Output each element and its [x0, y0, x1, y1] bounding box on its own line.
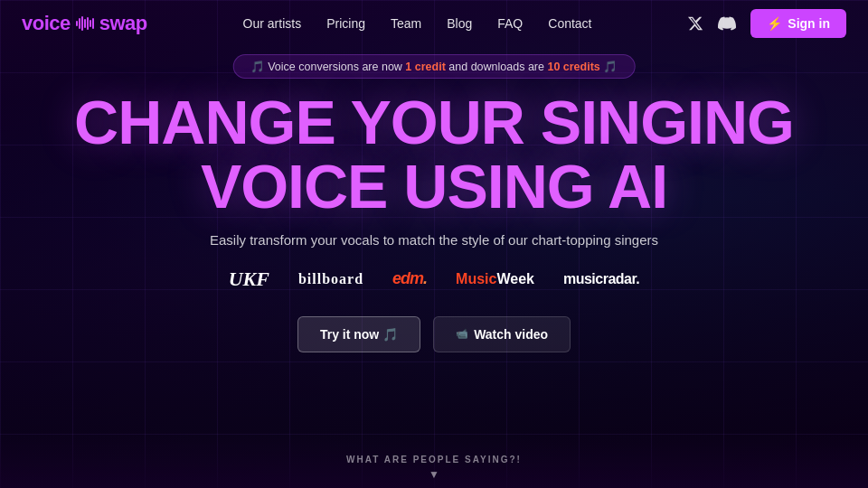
signin-label: Sign in: [788, 16, 830, 31]
announcement-text2: and downloads are: [448, 61, 547, 73]
nav-faq[interactable]: FAQ: [497, 16, 523, 31]
announcement-bar: 🎵 Voice conversions are now 1 credit and…: [233, 54, 636, 79]
brands-row: UKF billboard edm. MusicWeek musicradar.: [229, 267, 640, 291]
discord-icon[interactable]: [718, 14, 736, 33]
brand-ukf: UKF: [229, 267, 269, 291]
watch-video-button[interactable]: 📹 Watch video: [433, 316, 571, 352]
cta-row: Try it now 🎵 📹 Watch video: [297, 316, 571, 352]
nav-team[interactable]: Team: [391, 16, 421, 31]
announcement-credit1: 1 credit: [405, 61, 445, 73]
nav-pricing[interactable]: Pricing: [326, 16, 365, 31]
nav-right: ⚡ Sign in: [687, 9, 846, 38]
announcement-credit2: 10 credits: [547, 61, 599, 73]
section-title: WHAT ARE PEOPLE SAYING?!: [346, 455, 522, 465]
announcement-text1: Voice conversions are now: [268, 61, 405, 73]
bottom-section: WHAT ARE PEOPLE SAYING?! ▼: [0, 434, 868, 488]
try-now-button[interactable]: Try it now 🎵: [297, 316, 420, 352]
signin-button[interactable]: ⚡ Sign in: [750, 9, 846, 38]
nav-our-artists[interactable]: Our artists: [243, 16, 302, 31]
navbar: voice swap Our artists Pricing Team Blog…: [0, 0, 868, 47]
try-now-label: Try it now 🎵: [320, 327, 398, 342]
brand-billboard: billboard: [298, 271, 363, 287]
watch-video-icon: 📹: [456, 328, 468, 340]
signin-icon: ⚡: [767, 16, 782, 31]
logo-wave-icon: [76, 16, 94, 31]
hero-title-line2: VOICE USING AI: [201, 152, 667, 221]
hero-subtitle: Easily transform your vocals to match th…: [210, 232, 658, 248]
nav-links: Our artists Pricing Team Blog FAQ Contac…: [243, 15, 592, 32]
nav-contact[interactable]: Contact: [548, 16, 591, 31]
brand-musicradar: musicradar.: [563, 271, 639, 287]
brand-musicweek: MusicWeek: [456, 271, 534, 287]
logo-swap: swap: [99, 12, 147, 35]
twitter-icon[interactable]: [687, 15, 703, 32]
scroll-down-arrow[interactable]: ▼: [429, 468, 439, 481]
hero-title-line1: CHANGE YOUR SINGING: [74, 88, 794, 156]
watch-video-label: Watch video: [474, 327, 548, 342]
hero-title: CHANGE YOUR SINGING VOICE USING AI: [74, 90, 794, 220]
hero-section: CHANGE YOUR SINGING VOICE USING AI Easil…: [0, 90, 868, 352]
logo-voice: voice: [22, 12, 71, 35]
brand-edm: edm.: [392, 269, 427, 288]
announcement-prefix: 🎵: [250, 61, 265, 73]
announcement-suffix: 🎵: [603, 61, 618, 73]
nav-blog[interactable]: Blog: [447, 16, 472, 31]
logo[interactable]: voice swap: [22, 12, 147, 35]
